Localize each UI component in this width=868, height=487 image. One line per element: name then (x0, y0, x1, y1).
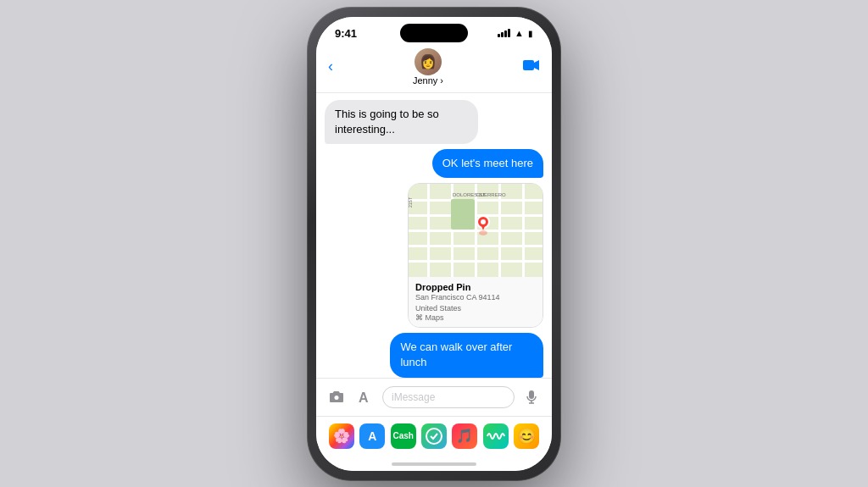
map-title: Dropped Pin (415, 282, 536, 292)
map-image: DOLORES ST GUERRERO 21ST (409, 184, 543, 277)
status-icons: ▲ ▮ (498, 28, 533, 38)
camera-button[interactable] (325, 385, 348, 409)
wifi-icon: ▲ (515, 28, 524, 38)
svg-rect-11 (498, 184, 501, 277)
svg-rect-23 (529, 390, 534, 399)
signal-icon (498, 29, 510, 37)
contact-name: Jenny › (413, 75, 443, 86)
back-button[interactable]: ‹ (328, 58, 333, 75)
dock-fitness[interactable] (421, 423, 447, 449)
messages-area: This is going to be so interesting... OK… (316, 93, 552, 378)
map-subtitle: San Francisco CA 94114United States (415, 292, 536, 313)
svg-text:21ST: 21ST (409, 197, 413, 208)
status-bar: 9:41 ▲ ▮ (316, 17, 552, 43)
svg-rect-9 (451, 184, 453, 277)
message-input[interactable]: iMessage (382, 386, 515, 408)
sent-bubble-2: We can walk over after lunch (390, 333, 543, 377)
status-time: 9:41 (335, 27, 357, 40)
svg-text:GUERRERO: GUERRERO (476, 192, 506, 197)
phone-frame: 9:41 ▲ ▮ ‹ 👩 Jenny › (307, 7, 561, 481)
sent-bubble-1: OK let's meet here (432, 149, 543, 178)
battery-icon: ▮ (528, 29, 533, 38)
nav-bar: ‹ 👩 Jenny › (316, 43, 552, 93)
svg-point-21 (335, 396, 339, 400)
dock-audio[interactable] (483, 423, 509, 449)
dock-appstore[interactable]: A (359, 423, 385, 449)
received-bubble-1: This is going to be so interesting... (325, 100, 478, 144)
message-row-4: We can walk over after lunch (325, 333, 543, 377)
input-bar: A iMessage (316, 378, 552, 416)
map-info: Dropped Pin San Francisco CA 94114United… (409, 277, 542, 327)
message-row-2: OK let's meet here (325, 149, 543, 178)
dock-music[interactable]: 🎵 (452, 423, 477, 449)
svg-rect-12 (522, 184, 525, 277)
svg-rect-10 (475, 184, 477, 277)
phone-screen: 9:41 ▲ ▮ ‹ 👩 Jenny › (316, 17, 552, 471)
video-call-button[interactable] (523, 59, 540, 75)
apps-button[interactable]: A (353, 385, 377, 409)
svg-rect-13 (451, 199, 475, 230)
map-source: ⌘ Maps (415, 313, 536, 322)
svg-text:A: A (359, 390, 369, 405)
message-row-1: This is going to be so interesting... (325, 100, 543, 144)
avatar: 👩 (415, 48, 442, 75)
mic-button[interactable] (520, 385, 543, 409)
svg-rect-0 (523, 60, 534, 70)
dynamic-island (400, 24, 468, 42)
dock-memoji[interactable]: 😊 (514, 423, 539, 449)
home-bar (392, 462, 476, 466)
svg-point-17 (479, 230, 487, 235)
svg-point-26 (426, 429, 442, 444)
svg-marker-1 (534, 60, 539, 70)
dock-cash[interactable]: Cash (391, 423, 416, 449)
svg-rect-8 (427, 184, 430, 277)
dock-photos[interactable]: 🌸 (329, 423, 354, 449)
message-row-3: DOLORES ST GUERRERO 21ST Dropped Pin S (325, 183, 543, 328)
home-indicator (316, 457, 552, 471)
nav-center[interactable]: 👩 Jenny › (413, 48, 443, 86)
dock: 🌸 A Cash 🎵 😊 (316, 416, 552, 457)
svg-point-20 (481, 219, 486, 224)
map-card[interactable]: DOLORES ST GUERRERO 21ST Dropped Pin S (408, 183, 543, 328)
